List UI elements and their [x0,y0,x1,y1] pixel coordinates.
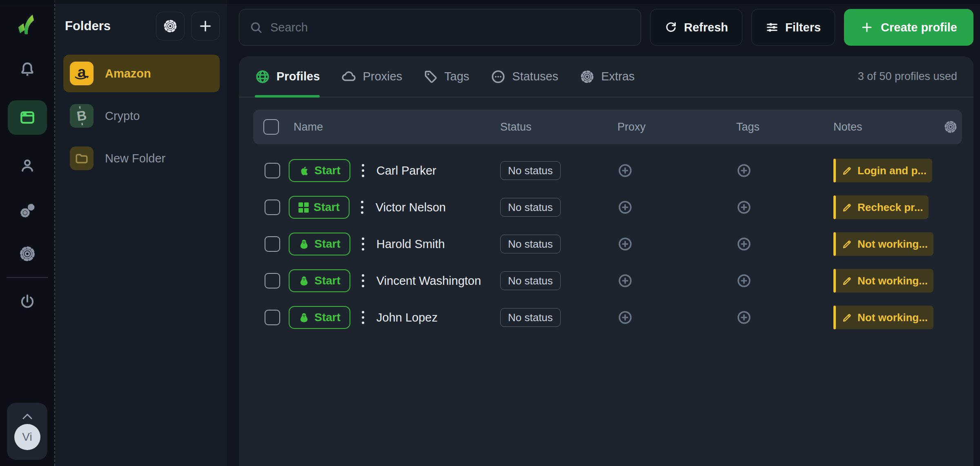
user-menu[interactable]: Vi [7,403,47,460]
plus-circle-icon [617,163,633,178]
profile-name: Vincent Washington [376,274,481,288]
note-chip[interactable]: Not working... [833,269,933,293]
row-checkbox[interactable] [265,236,280,252]
row-menu-button[interactable] [360,236,366,252]
note-chip[interactable]: Not working... [833,232,933,256]
icon-rail: Vi [0,0,55,466]
status-badge[interactable]: No status [500,198,561,217]
row-menu-button[interactable] [360,273,366,289]
create-profile-button[interactable]: Create profile [844,9,973,46]
refresh-icon [664,21,677,34]
add-tag-button[interactable] [736,273,752,288]
plus-circle-icon [736,273,752,288]
settings-nav-button[interactable] [18,245,36,263]
add-tag-button[interactable] [736,310,752,325]
profile-name: John Lopez [376,311,438,324]
content-panel: Profiles Proxies Tags [239,56,973,466]
topbar: Refresh Filters Create profile [239,9,973,46]
row-checkbox[interactable] [265,200,280,215]
add-folder-button[interactable] [191,12,220,40]
note-chip[interactable]: Not working... [833,306,933,329]
column-header-name: Name [283,121,500,133]
note-chip[interactable]: Login and p... [833,159,932,182]
pencil-icon [842,275,853,286]
linux-icon [298,275,310,286]
add-tag-button[interactable] [736,200,752,215]
filters-icon [766,21,779,34]
start-profile-button[interactable]: Start [289,233,350,255]
automation-gears-icon [18,202,36,220]
pencil-icon [842,239,853,250]
select-all-checkbox[interactable] [263,119,279,135]
windows-icon [298,202,309,213]
start-profile-button[interactable]: Start [289,159,350,182]
filters-button[interactable]: Filters [751,9,835,46]
browser-window-icon [18,109,36,126]
folders-settings-button[interactable] [156,12,185,40]
folder-item-amazon[interactable]: a Amazon [63,55,220,92]
add-tag-button[interactable] [736,236,752,252]
plus-circle-icon [736,200,752,215]
cloud-icon [341,69,356,84]
table-row: Start Harold Smith No status [253,226,962,262]
column-header-notes: Notes [833,121,939,133]
row-menu-button[interactable] [360,162,366,179]
row-menu-button[interactable] [359,199,365,215]
tab-tags[interactable]: Tags [423,56,469,97]
row-checkbox[interactable] [265,273,280,288]
add-proxy-button[interactable] [617,200,633,215]
add-tag-button[interactable] [736,163,752,178]
gear-icon [943,120,958,134]
tab-bar: Profiles Proxies Tags [239,56,973,98]
notifications-button[interactable] [18,60,36,78]
add-proxy-button[interactable] [617,236,633,252]
add-proxy-button[interactable] [617,273,633,288]
tab-extras[interactable]: Extras [579,56,635,97]
status-badge[interactable]: No status [500,235,561,253]
add-proxy-button[interactable] [617,310,633,325]
note-chip[interactable]: Recheck pr... [833,195,929,219]
refresh-button[interactable]: Refresh [650,9,742,46]
folders-panel: Folders a [55,0,227,466]
row-menu-button[interactable] [360,309,366,326]
status-badge[interactable]: No status [500,161,561,180]
pencil-icon [842,165,853,176]
plus-circle-icon [736,310,752,325]
folder-label: Crypto [105,109,140,123]
profiles-nav-button[interactable] [8,100,47,135]
plus-circle-icon [736,163,752,178]
logout-button[interactable] [18,293,36,311]
status-badge[interactable]: No status [500,308,561,327]
table-settings-button[interactable] [943,120,958,134]
folder-item-crypto[interactable]: B Crypto [63,97,220,135]
add-proxy-button[interactable] [617,163,633,178]
search-icon [249,20,263,34]
bitcoin-icon: B [70,104,94,128]
app-window: Vi Folders a [0,0,980,466]
pencil-icon [842,202,853,213]
profile-name: Carl Parker [376,164,437,178]
globe-icon [255,69,270,84]
search-input[interactable] [270,20,631,35]
tab-proxies[interactable]: Proxies [341,56,402,97]
automation-nav-button[interactable] [18,202,36,220]
start-profile-button[interactable]: Start [289,269,350,292]
plus-circle-icon [617,200,633,215]
linux-icon [298,312,310,323]
folder-item-new-folder[interactable]: New Folder [63,140,220,177]
start-profile-button[interactable]: Start [289,306,350,329]
tab-profiles[interactable]: Profiles [255,56,320,97]
rail-divider [7,277,48,278]
row-checkbox[interactable] [265,163,280,178]
accounts-nav-button[interactable] [18,157,36,175]
folders-title: Folders [65,19,111,33]
plus-circle-icon [617,310,633,325]
gear-icon [579,69,595,84]
start-profile-button[interactable]: Start [289,196,350,219]
main-area: Refresh Filters Create profile [239,0,973,466]
status-badge[interactable]: No status [500,271,561,290]
profiles-used-counter: 3 of 50 profiles used [858,70,957,83]
tab-statuses[interactable]: Statuses [490,56,558,97]
row-checkbox[interactable] [265,310,280,325]
plus-circle-icon [617,236,633,252]
